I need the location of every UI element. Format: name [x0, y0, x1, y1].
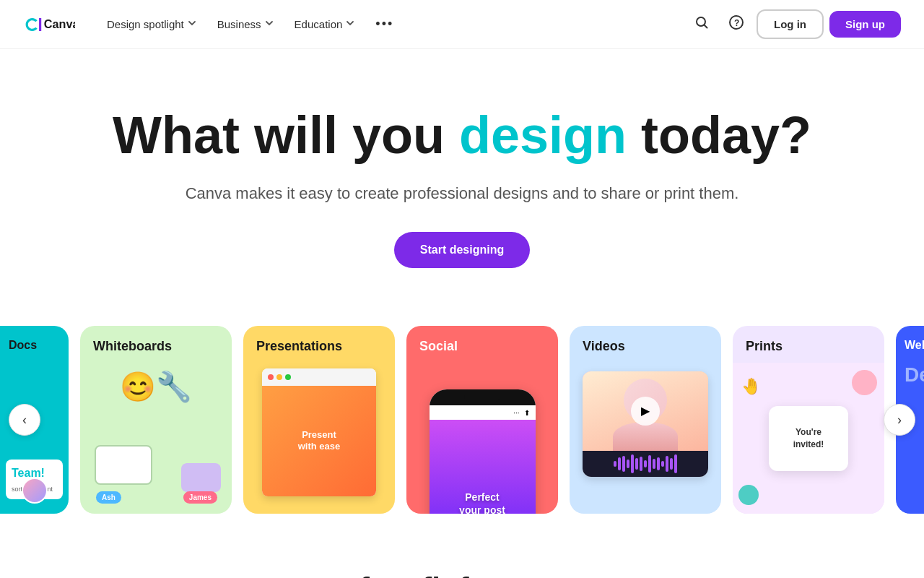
- nav-design-spotlight[interactable]: Design spotlight: [98, 12, 206, 36]
- nav-design-spotlight-label: Design spotlight: [107, 18, 184, 30]
- nav-actions: ? Log in Sign up: [687, 9, 901, 39]
- canva-logo[interactable]: Canva: [23, 14, 75, 35]
- videos-illustration: ▶: [570, 363, 721, 514]
- login-label: Log in: [774, 18, 806, 30]
- svg-text:Canva: Canva: [44, 17, 75, 30]
- nav-links: Design spotlight Business Education •••: [98, 11, 687, 38]
- start-designing-button[interactable]: Start designing: [394, 232, 530, 268]
- cards-track: Docs Team! sort of content Whiteboards 😊…: [0, 326, 924, 514]
- cards-wrapper: ‹ Docs Team! sort of content Whiteboards: [0, 311, 924, 528]
- websites-design-text: Des: [896, 358, 924, 392]
- svg-text:?: ?: [734, 18, 739, 28]
- start-designing-label: Start designing: [420, 243, 504, 256]
- more-icon: •••: [375, 17, 393, 31]
- chevron-down-icon-3: [345, 18, 355, 30]
- card-presentations-label: Presentations: [243, 326, 395, 363]
- chevron-down-icon: [187, 18, 197, 30]
- hero-title-part2: today?: [627, 106, 811, 164]
- card-social[interactable]: Social ··· ⬆ Perfectyour post: [406, 326, 558, 514]
- nav-education-label: Education: [295, 18, 343, 30]
- cards-section: Docs Team! sort of content Whiteboards 😊…: [0, 311, 924, 528]
- nav-education[interactable]: Education: [286, 12, 365, 36]
- card-presentations[interactable]: Presentations Presentwith ease: [243, 326, 395, 514]
- nav-business[interactable]: Business: [209, 12, 283, 36]
- hero-title-highlight: design: [459, 106, 627, 164]
- navbar: Canva Design spotlight Business Educatio…: [0, 0, 924, 49]
- hero-title: What will you design today?: [29, 107, 895, 164]
- prints-illustration: 🤚 You'reinvited!: [733, 363, 884, 514]
- presentations-illustration: Presentwith ease: [243, 363, 395, 514]
- login-button[interactable]: Log in: [757, 9, 824, 39]
- svg-point-1: [697, 17, 705, 26]
- hero-subtitle: Canva makes it easy to create profession…: [29, 184, 895, 203]
- hero-section: What will you design today? Canva makes …: [0, 49, 924, 311]
- bottom-section: A perfect fit for everyone: [0, 528, 924, 578]
- help-icon: ?: [728, 14, 744, 34]
- carousel-prev-button[interactable]: ‹: [9, 404, 40, 436]
- help-button[interactable]: ?: [722, 10, 751, 39]
- social-illustration: ··· ⬆ Perfectyour post: [406, 363, 558, 514]
- nav-more[interactable]: •••: [367, 11, 402, 38]
- card-videos[interactable]: Videos ▶: [570, 326, 721, 514]
- nav-business-label: Business: [217, 18, 261, 30]
- card-prints-label: Prints: [733, 326, 884, 363]
- card-whiteboards-label: Whiteboards: [80, 326, 232, 363]
- card-whiteboards[interactable]: Whiteboards 😊🔧 James Ash: [80, 326, 232, 514]
- carousel-next-button[interactable]: ›: [884, 404, 915, 436]
- card-social-label: Social: [406, 326, 558, 363]
- search-icon: [694, 15, 709, 33]
- card-websites-label: Web: [896, 326, 924, 358]
- next-icon: ›: [897, 413, 902, 428]
- chevron-down-icon-2: [264, 18, 274, 30]
- card-docs-label: Docs: [0, 326, 69, 358]
- hero-title-part1: What will you: [113, 106, 459, 164]
- bottom-title: A perfect fit for everyone: [29, 571, 895, 578]
- signup-button[interactable]: Sign up: [829, 11, 901, 38]
- card-prints[interactable]: Prints 🤚 You'reinvited!: [733, 326, 884, 514]
- card-videos-label: Videos: [570, 326, 721, 363]
- signup-label: Sign up: [845, 18, 885, 30]
- whiteboards-illustration: 😊🔧 James Ash: [80, 363, 232, 514]
- search-button[interactable]: [687, 10, 716, 39]
- prev-icon: ‹: [22, 413, 27, 428]
